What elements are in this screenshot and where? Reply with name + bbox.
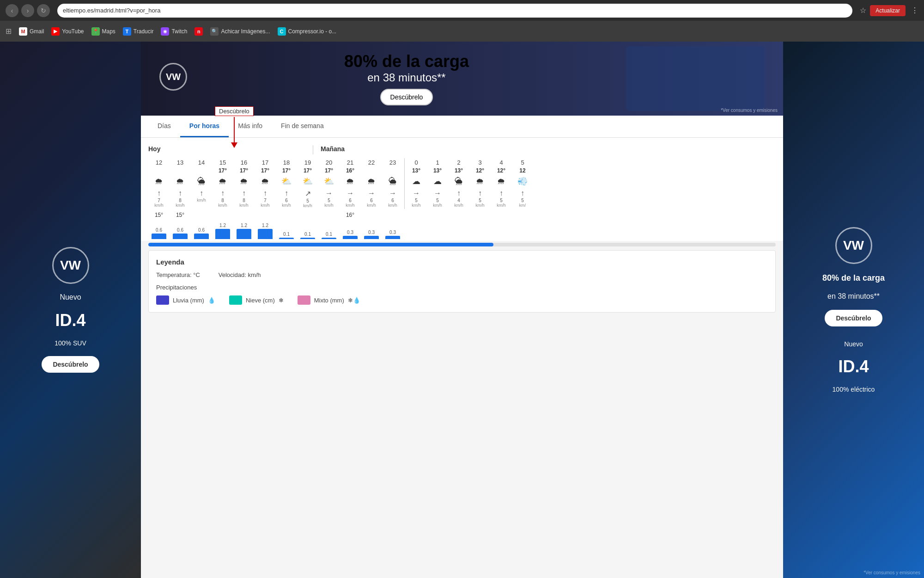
icon-19: ⛅ [301, 175, 314, 188]
precip-20: 0.1 [318, 232, 340, 239]
toolbar-twitch[interactable]: ◉ Twitch [161, 27, 187, 36]
temp-bottom-21: 16° [340, 211, 361, 219]
toolbar-youtube[interactable]: ▶ YouTube [51, 27, 84, 36]
youtube-label: YouTube [62, 28, 84, 35]
maps-label: Maps [102, 28, 116, 35]
right-ad-panel: VW 80% de la carga en 38 minutos** Descú… [783, 42, 924, 578]
hour-m1: 1 13° ☁ → 5 km/h [427, 158, 448, 209]
precip-18: 0.1 [276, 232, 297, 239]
precip-bar-16 [237, 229, 251, 239]
legend-precip-label: Precipitaciones [156, 284, 768, 291]
right-ad-image: VW 80% de la carga en 38 minutos** Descú… [783, 42, 924, 578]
mixto-legend-item: Mixto (mm) ❄💧 [298, 295, 360, 305]
browser-top-bar: ‹ › ↻ eltiempo.es/madrid.html?v=por_hora… [0, 0, 924, 21]
timeline-bar[interactable] [148, 243, 776, 246]
toolbar-compressor[interactable]: C Compressor.io - o... [278, 27, 337, 36]
icon-17: 🌧 [259, 175, 272, 188]
center-content: VW 80% de la carga en 38 minutos** Descú… [141, 42, 783, 578]
hour-13: 13 - 🌧 ↑ 8 km/h [170, 158, 191, 209]
star-icon[interactable]: ☆ [860, 6, 866, 15]
right-disclaimer: *Ver consumos y emisiones [863, 570, 920, 575]
section-divider [313, 145, 313, 154]
precip-19: 0.1 [297, 232, 318, 239]
achicar-label: Achicar Imágenes... [221, 28, 270, 35]
spacer-4 [276, 211, 297, 219]
precip-21: 0.3 [340, 230, 361, 239]
nieve-legend-item: Nieve (cm) ❄ [229, 295, 284, 305]
lluvia-color-swatch [156, 295, 169, 305]
hours-grid: 12 - 🌧 ↑ 7 km/h 13 - 🌧 ↑ 8 km/h [148, 158, 776, 209]
toolbar-achicar[interactable]: 🔍 Achicar Imágenes... [210, 27, 270, 36]
left-descubrelo-button[interactable]: Descúbrelo [42, 356, 99, 373]
mixto-icon: ❄💧 [348, 297, 360, 304]
precip-bar-22 [364, 236, 379, 239]
back-button[interactable]: ‹ [6, 4, 18, 17]
twitch-label: Twitch [171, 28, 187, 35]
url-text: eltiempo.es/madrid.html?v=por_hora [63, 7, 160, 14]
tab-fin-semana[interactable]: Fin de semana [272, 116, 333, 137]
hour-23: 23 - 🌦 → 6 km/h [382, 158, 403, 209]
precip-16: 1.2 [233, 223, 255, 239]
forward-button[interactable]: › [21, 4, 34, 17]
ad-center-text: 80% de la carga en 38 minutos** Descúbre… [344, 52, 469, 105]
left-ad-panel: VW Nuevo ID.4 100% SUV Descúbrelo [0, 42, 141, 578]
browser-chrome: ‹ › ↻ eltiempo.es/madrid.html?v=por_hora… [0, 0, 924, 42]
precip-23: 0.3 [382, 230, 403, 239]
ad-text: VW [159, 63, 187, 94]
toolbar-maps[interactable]: 📍 Maps [91, 27, 116, 36]
legend-row-1: Temperatura: °C Velocidad: km/h [156, 271, 768, 278]
icon-22: 🌧 [365, 175, 378, 188]
right-percent: 80% de la carga [822, 273, 885, 283]
precip-bar-17 [258, 229, 273, 239]
hour-22: 22 - 🌧 → 6 km/h [361, 158, 382, 209]
toolbar-n[interactable]: n [195, 27, 203, 36]
left-ad-image: VW Nuevo ID.4 100% SUV Descúbrelo [0, 42, 141, 578]
precip-12: 0.6 [148, 228, 170, 239]
traducir-label: Traducir [134, 28, 154, 35]
right-descubrelo-button[interactable]: Descúbrelo [825, 310, 882, 326]
precip-bar-19 [300, 238, 315, 239]
actualizar-button[interactable]: Actualizar [870, 5, 906, 16]
hour-m0: 0 13° ☁ → 5 km/h [406, 158, 427, 209]
legend-temperatura: Temperatura: °C [156, 271, 200, 278]
mixto-label: Mixto (mm) [314, 297, 344, 304]
toolbar-gmail[interactable]: M Gmail [19, 27, 44, 36]
precip-14: 0.6 [191, 228, 212, 239]
left-nuevo: Nuevo [60, 293, 81, 301]
tab-dias[interactable]: Días [148, 116, 180, 137]
address-bar[interactable]: eltiempo.es/madrid.html?v=por_hora [57, 4, 852, 18]
spacer-1 [212, 211, 233, 219]
spacer-6 [318, 211, 340, 219]
main-content: VW Nuevo ID.4 100% SUV Descúbrelo VW 80%… [0, 42, 924, 578]
hour-17: 17 17° 🌧 ↑ 7 km/h [255, 158, 276, 209]
icon-14: 🌦 [195, 175, 208, 188]
top-ad-banner: VW 80% de la carga en 38 minutos** Descú… [141, 42, 783, 116]
legend-velocidad: Velocidad: km/h [219, 271, 261, 278]
hour-12: 12 - 🌧 ↑ 7 km/h [148, 158, 170, 209]
hour-16: 16 17° 🌧 ↑ 8 km/h [233, 158, 255, 209]
spacer-5 [297, 211, 318, 219]
nieve-label: Nieve (cm) [246, 297, 275, 304]
icon-15: 🌧 [216, 175, 229, 188]
toolbar-traducir[interactable]: T Traducir [123, 27, 154, 36]
reload-button[interactable]: ↻ [37, 4, 50, 17]
ad-car-image-placeholder [626, 46, 765, 111]
ad-descubrelo-button[interactable]: Descúbrelo [380, 89, 433, 105]
browser-actions: ☆ Actualizar ⋮ [860, 5, 918, 16]
menu-icon[interactable]: ⋮ [911, 6, 918, 15]
ad-disclaimer: *Ver consumos y emisiones [721, 108, 778, 113]
icon-12: 🌧 [152, 175, 165, 188]
browser-toolbar: ⊞ M Gmail ▶ YouTube 📍 Maps T Traducir ◉ … [0, 21, 924, 42]
icon-m2: 🌦 [452, 175, 465, 188]
hour-21: 21 16° 🌧 → 6 km/h [340, 158, 361, 209]
precip-bar-18 [279, 238, 294, 239]
precip-bar-21 [343, 236, 358, 239]
icon-16: 🌧 [237, 175, 250, 188]
hour-15: 15 17° 🌧 ↑ 8 km/h [212, 158, 233, 209]
left-sub1: 100% SUV [55, 339, 86, 347]
compressor-label: Compressor.io - o... [288, 28, 337, 35]
precip-bar-13 [173, 234, 188, 239]
apps-icon[interactable]: ⊞ [6, 27, 12, 36]
hour-19: 19 17° ⛅ ↗ 5 km/h [297, 158, 318, 209]
icon-23: 🌦 [386, 175, 399, 188]
